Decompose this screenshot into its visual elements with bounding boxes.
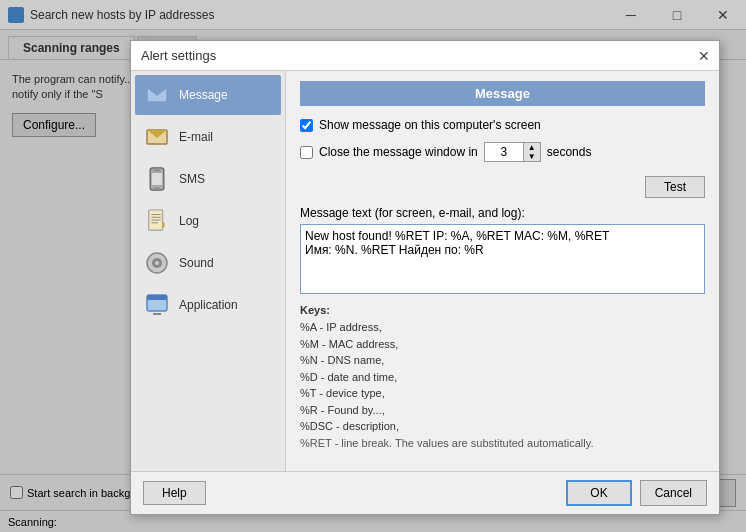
message-text-label: Message text (for screen, e-mail, and lo… <box>300 206 705 220</box>
svg-rect-6 <box>154 170 161 172</box>
svg-rect-15 <box>153 313 161 315</box>
svg-rect-14 <box>147 295 167 300</box>
main-window: Search new hosts by IP addresses ─ □ ✕ S… <box>0 0 746 532</box>
key-ret: %RET - line break. The values are substi… <box>300 435 705 452</box>
nav-item-sound[interactable]: Sound <box>135 243 281 283</box>
message-textarea[interactable]: New host found! %RET IP: %A, %RET MAC: %… <box>300 224 705 294</box>
keys-section: Keys: %A - IP address, %M - MAC address,… <box>300 304 705 461</box>
key-r: %R - Found by..., <box>300 402 705 419</box>
footer-right-buttons: OK Cancel <box>566 480 707 506</box>
dialog-help-button[interactable]: Help <box>143 481 206 505</box>
key-d: %D - date and time, <box>300 369 705 386</box>
show-message-label: Show message on this computer's screen <box>319 118 541 132</box>
log-icon <box>143 207 171 235</box>
keys-title: Keys: <box>300 304 705 316</box>
show-message-checkbox[interactable] <box>300 119 313 132</box>
email-icon <box>143 123 171 151</box>
panel-header: Message <box>300 81 705 106</box>
seconds-input[interactable] <box>484 142 524 162</box>
nav-label-sound: Sound <box>179 256 214 270</box>
nav-label-email: E-mail <box>179 130 213 144</box>
dialog-title-bar: Alert settings ✕ <box>131 41 719 71</box>
test-button-row: Test <box>300 176 705 198</box>
close-window-row: Close the message window in ▲ ▼ seconds <box>300 142 705 162</box>
dialog-nav: Message E-mail <box>131 71 286 471</box>
seconds-label: seconds <box>547 145 592 159</box>
alert-settings-dialog: Alert settings ✕ Message <box>130 40 720 515</box>
spinner-down[interactable]: ▼ <box>524 152 540 161</box>
spinner-up[interactable]: ▲ <box>524 143 540 152</box>
nav-item-email[interactable]: E-mail <box>135 117 281 157</box>
key-dsc: %DSC - description, <box>300 418 705 435</box>
seconds-spinner: ▲ ▼ <box>524 142 541 162</box>
key-n: %N - DNS name, <box>300 352 705 369</box>
nav-item-sms[interactable]: SMS <box>135 159 281 199</box>
dialog-panel: Message Show message on this computer's … <box>286 71 719 471</box>
key-m: %M - MAC address, <box>300 336 705 353</box>
close-window-checkbox[interactable] <box>300 146 313 159</box>
nav-label-sms: SMS <box>179 172 205 186</box>
svg-rect-7 <box>152 173 162 185</box>
cancel-button[interactable]: Cancel <box>640 480 707 506</box>
application-icon <box>143 291 171 319</box>
message-icon <box>143 81 171 109</box>
ok-button[interactable]: OK <box>566 480 631 506</box>
nav-label-message: Message <box>179 88 228 102</box>
nav-label-application: Application <box>179 298 238 312</box>
sound-icon <box>143 249 171 277</box>
test-button[interactable]: Test <box>645 176 705 198</box>
svg-rect-8 <box>154 188 159 190</box>
nav-label-log: Log <box>179 214 199 228</box>
key-t: %T - device type, <box>300 385 705 402</box>
dialog-footer: Help OK Cancel <box>131 471 719 514</box>
key-a: %A - IP address, <box>300 319 705 336</box>
svg-point-12 <box>155 261 159 265</box>
nav-item-application[interactable]: Application <box>135 285 281 325</box>
sms-icon <box>143 165 171 193</box>
dialog-title-text: Alert settings <box>141 48 216 63</box>
dialog-close-button[interactable]: ✕ <box>691 43 717 69</box>
show-message-row: Show message on this computer's screen <box>300 118 705 132</box>
nav-item-log[interactable]: Log <box>135 201 281 241</box>
close-window-label: Close the message window in <box>319 145 478 159</box>
dialog-body: Message E-mail <box>131 71 719 471</box>
nav-item-message[interactable]: Message <box>135 75 281 115</box>
